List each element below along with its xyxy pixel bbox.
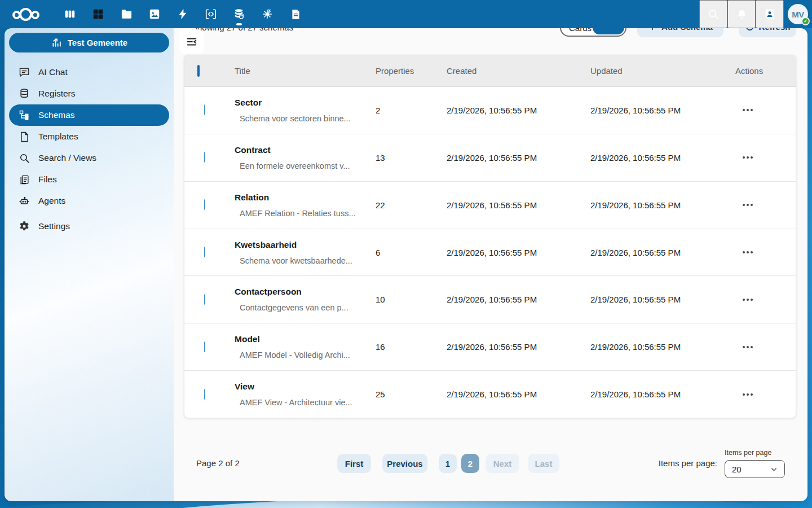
active-app-indicator (236, 23, 242, 25)
table-row[interactable]: Relation AMEF Relation - Relaties tuss..… (184, 182, 796, 229)
add-schema-button[interactable]: Add Schema (637, 28, 723, 37)
dashboard-icon[interactable] (56, 0, 84, 28)
row-updated: 2/19/2026, 10:56:55 PM (590, 342, 735, 352)
pagination-last-button[interactable]: Last (528, 454, 559, 473)
sidebar-item-label: AI Chat (38, 67, 68, 77)
schema-tree-icon (18, 109, 30, 121)
apps-grid-icon[interactable] (84, 0, 112, 28)
row-actions-button[interactable] (739, 295, 756, 304)
photos-icon[interactable] (140, 0, 169, 28)
row-properties-count: 2 (376, 106, 447, 115)
sidebar-item-templates[interactable]: Templates (9, 126, 169, 147)
view-toggle-knob (593, 28, 624, 34)
row-checkbox[interactable] (204, 341, 205, 352)
refresh-button[interactable]: Refresh (739, 28, 796, 37)
app-frame: Test Gemeente AI Chat (5, 28, 807, 501)
table-row[interactable]: Contract Een formele overeenkomst v... 1… (184, 134, 796, 182)
row-description: Schema voor kwetsbaarhede... (235, 256, 376, 265)
table-row[interactable]: Contactpersoon Contactgegevens van een p… (184, 276, 796, 323)
row-created: 2/19/2026, 10:56:55 PM (447, 295, 590, 304)
code-icon[interactable] (197, 0, 225, 28)
items-per-page-value: 20 (732, 465, 742, 474)
row-updated: 2/19/2026, 10:56:55 PM (590, 248, 735, 257)
search-icon (18, 152, 30, 164)
table-row[interactable]: Kwetsbaarheid Schema voor kwetsbaarhede.… (184, 229, 796, 277)
nextcloud-logo[interactable] (12, 6, 42, 23)
chat-icon (18, 66, 30, 78)
pagination-page-1-button[interactable]: 1 (439, 454, 457, 473)
column-header-created: Created (447, 66, 590, 76)
pages-icon (18, 173, 30, 186)
row-checkbox[interactable] (204, 389, 205, 400)
select-all-checkbox[interactable] (197, 65, 200, 77)
row-actions-button[interactable] (739, 153, 756, 162)
org-selector-label: Test Gemeente (68, 38, 127, 47)
document-icon[interactable] (281, 0, 310, 28)
row-updated: 2/19/2026, 10:56:55 PM (590, 295, 735, 304)
user-menu[interactable]: MV ✓ (784, 0, 812, 28)
table-row[interactable]: View AMEF View - Architectuur vie... 25 … (184, 371, 796, 418)
main-content: Showing 27 of 27 schemas Cards Add Schem… (174, 28, 807, 501)
row-updated: 2/19/2026, 10:56:55 PM (590, 106, 735, 115)
activity-bolt-icon[interactable] (169, 0, 197, 28)
column-header-properties: Properties (376, 66, 447, 76)
sidebar-item-search-views[interactable]: Search / Views (9, 147, 169, 169)
sidebar-item-agents[interactable]: Agents (9, 190, 169, 212)
view-mode-toggle[interactable]: Cards (560, 28, 626, 37)
sidebar-item-schemas[interactable]: Schemas (9, 104, 169, 126)
stats-icon (51, 37, 63, 49)
row-checkbox[interactable] (204, 104, 205, 115)
row-created: 2/19/2026, 10:56:55 PM (447, 200, 590, 210)
row-description: AMEF View - Architectuur vie... (235, 398, 376, 407)
row-actions-button[interactable] (739, 200, 756, 209)
column-header-actions: Actions (735, 66, 796, 76)
pagination-previous-button[interactable]: Previous (382, 454, 427, 473)
pagination-page-2-button[interactable]: 2 (461, 454, 479, 473)
sidebar-item-files[interactable]: Files (9, 169, 169, 190)
row-checkbox[interactable] (204, 199, 205, 210)
row-properties-count: 10 (376, 295, 447, 304)
search-button[interactable] (699, 0, 727, 28)
row-description: Een formele overeenkomst v... (235, 161, 376, 170)
row-properties-count: 22 (376, 200, 447, 210)
notifications-button[interactable] (727, 0, 756, 28)
row-checkbox[interactable] (204, 152, 205, 163)
row-checkbox[interactable] (204, 294, 205, 305)
row-actions-button[interactable] (739, 390, 756, 399)
row-title: Kwetsbaarheid (235, 240, 376, 250)
row-created: 2/19/2026, 10:56:55 PM (447, 389, 590, 399)
sidebar-item-ai-chat[interactable]: AI Chat (9, 62, 169, 83)
registers-app-icon[interactable] (225, 0, 253, 28)
app-launcher (56, 0, 310, 28)
integration-icon[interactable] (253, 0, 281, 28)
row-title: Model (235, 334, 376, 344)
row-updated: 2/19/2026, 10:56:55 PM (590, 153, 735, 163)
files-icon[interactable] (112, 0, 140, 28)
contacts-button[interactable] (756, 0, 784, 28)
table-row[interactable]: Model AMEF Model - Volledig Archi... 16 … (184, 323, 796, 371)
row-actions-button[interactable] (739, 106, 756, 115)
refresh-label: Refresh (759, 28, 791, 32)
sidebar-item-registers[interactable]: Registers (9, 83, 169, 104)
items-per-page-label: Items per page: (659, 454, 717, 473)
page-heading: Showing 27 of 27 schemas (192, 28, 293, 32)
pagination-first-button[interactable]: First (337, 454, 371, 473)
items-per-page-select[interactable]: 20 (725, 460, 785, 478)
org-selector-button[interactable]: Test Gemeente (9, 33, 169, 52)
row-actions-button[interactable] (739, 248, 756, 257)
table-header-row: Title Properties Created Updated Actions (184, 55, 796, 87)
row-title: Contactpersoon (235, 287, 376, 297)
sidebar-collapse-button[interactable] (179, 29, 204, 54)
sidebar-item-settings[interactable]: Settings (9, 216, 169, 237)
sidebar: Test Gemeente AI Chat (5, 28, 174, 501)
row-actions-button[interactable] (739, 343, 756, 352)
top-bar-right: MV ✓ (699, 0, 812, 28)
row-title: View (235, 382, 376, 392)
row-checkbox[interactable] (204, 247, 205, 257)
status-online-badge: ✓ (801, 17, 810, 25)
pagination-next-button[interactable]: Next (486, 454, 519, 473)
table-row[interactable]: Sector Schema voor sectoren binne... 2 2… (184, 87, 796, 134)
row-created: 2/19/2026, 10:56:55 PM (447, 342, 590, 352)
sidebar-item-label: Templates (38, 132, 78, 142)
column-header-title: Title (235, 66, 376, 76)
